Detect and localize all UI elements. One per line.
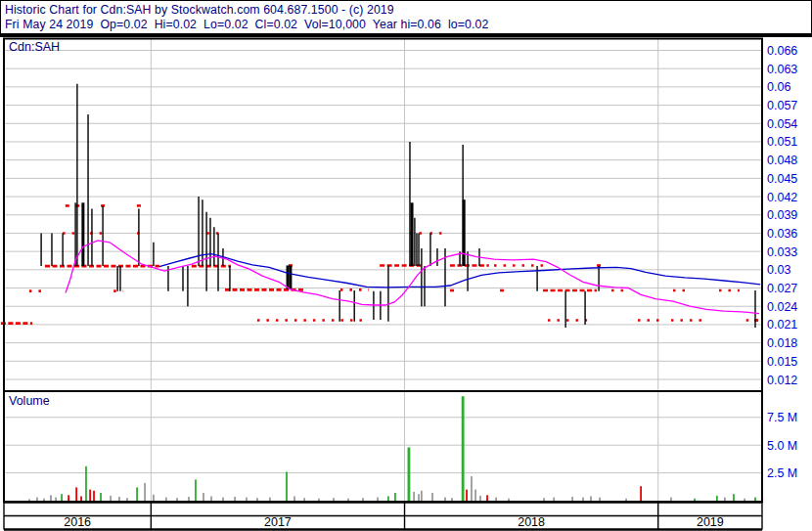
volume-bar <box>754 498 756 501</box>
volume-bar <box>571 497 573 501</box>
volume-bar <box>418 494 420 501</box>
header-title-line: Historic Chart for Cdn:SAH by Stockwatch… <box>5 3 811 18</box>
volume-bar <box>318 499 320 501</box>
price-axis-labels: 0.0660.0630.060.0570.0540.0510.0480.0450… <box>767 44 797 387</box>
price-axis-tick-label: 0.039 <box>767 208 797 222</box>
volume-bar <box>582 498 584 501</box>
volume-bar <box>28 499 30 501</box>
volume-bar <box>293 496 295 501</box>
price-axis-tick-label: 0.042 <box>767 191 797 204</box>
volume-bar <box>203 493 204 501</box>
volume-bar <box>286 471 288 501</box>
price-axis-tick-label: 0.048 <box>767 154 797 167</box>
volume-axis-tick-label: 7.5 M <box>767 411 797 424</box>
volume-bar <box>599 498 601 501</box>
price-axis-tick-label: 0.027 <box>767 282 797 295</box>
volume-bar <box>61 494 63 501</box>
volume-bar <box>210 496 212 501</box>
volume-bar <box>543 498 545 501</box>
price-axis-tick-label: 0.018 <box>767 336 797 350</box>
price-axis-tick-label: 0.021 <box>767 318 797 332</box>
volume-bar <box>153 495 155 501</box>
volume-bar <box>144 483 146 501</box>
price-axis-tick-label: 0.03 <box>767 263 790 277</box>
volume-bar <box>85 466 87 501</box>
close-tick <box>500 289 504 292</box>
volume-bar <box>462 396 465 501</box>
volume-bar <box>508 499 510 501</box>
close-tick <box>66 204 69 207</box>
volume-bar <box>553 498 555 501</box>
volume-bar <box>80 496 82 501</box>
volume-bar <box>716 496 718 501</box>
volume-bar <box>333 498 335 501</box>
volume-bar <box>118 497 120 501</box>
close-tick <box>450 289 454 292</box>
volume-bar <box>724 498 726 501</box>
volume-bar <box>474 490 476 501</box>
chart-header: Historic Chart for Cdn:SAH by Stockwatch… <box>0 0 812 37</box>
volume-bar <box>93 491 95 501</box>
price-axis-tick-label: 0.063 <box>767 63 797 76</box>
volume-bar <box>670 498 672 501</box>
price-axis-tick-label: 0.036 <box>767 227 797 241</box>
close-tick <box>137 204 141 207</box>
volume-bar <box>387 496 389 501</box>
volume-pane-label: Volume <box>9 394 50 408</box>
volume-bar <box>479 496 481 501</box>
volume-bar <box>347 499 349 501</box>
volume-bar <box>413 492 415 501</box>
volume-bar <box>431 493 433 501</box>
volume-axis-labels: 2.5 M5.0 M7.5 M <box>767 411 797 480</box>
price-axis-tick-label: 0.024 <box>767 300 797 314</box>
price-axis-tick-label: 0.045 <box>767 172 797 186</box>
price-axis-tick-label: 0.015 <box>767 355 797 369</box>
year-label: 2017 <box>264 515 292 529</box>
volume-bar <box>256 498 258 501</box>
chart-canvas: 0.0660.0630.060.0570.0540.0510.0480.0450… <box>0 0 812 531</box>
price-axis-tick-label: 0.06 <box>767 80 790 94</box>
volume-bar <box>394 493 396 501</box>
price-axis-tick-label: 0.012 <box>767 374 797 387</box>
year-label: 2019 <box>697 515 724 529</box>
volume-bar <box>136 487 138 501</box>
volume-bar <box>421 491 423 501</box>
volume-bar <box>362 498 364 501</box>
volume-bar <box>55 498 57 501</box>
price-hilo-bars <box>41 84 755 328</box>
volume-axis-tick-label: 2.5 M <box>767 466 797 480</box>
price-axis-tick-label: 0.051 <box>767 135 797 149</box>
stockwatch-historic-chart-window: 0.0660.0630.060.0570.0540.0510.0480.0450… <box>0 0 812 531</box>
price-axis-tick-label: 0.054 <box>767 117 797 131</box>
volume-bar <box>640 486 642 501</box>
volume-bar <box>89 490 91 501</box>
volume-axis-tick-label: 5.0 M <box>767 439 797 453</box>
x-axis-year-strip: 2016201720182019 <box>4 503 762 530</box>
volume-bar <box>68 495 69 501</box>
volume-bar <box>234 497 236 501</box>
volume-bar <box>303 498 305 501</box>
volume-bar <box>75 487 77 501</box>
price-pane-symbol-label: Cdn:SAH <box>9 40 60 54</box>
volume-bar <box>625 499 627 501</box>
volume-bar <box>195 479 197 501</box>
volume-bar <box>486 495 488 501</box>
volume-bar <box>408 447 411 501</box>
year-label: 2016 <box>64 515 91 529</box>
price-axis-tick-label: 0.066 <box>767 44 797 58</box>
volume-gridlines <box>4 391 762 502</box>
price-gridlines <box>4 39 762 392</box>
volume-bar <box>50 495 52 501</box>
volume-bar <box>246 498 248 501</box>
year-label: 2018 <box>518 515 545 529</box>
price-axis-tick-label: 0.033 <box>767 245 797 259</box>
volume-bar <box>495 498 497 501</box>
volume-bar <box>100 493 102 501</box>
volume-pane-border <box>4 391 762 502</box>
volume-bar <box>377 498 379 501</box>
volume-bar <box>188 497 190 501</box>
header-quote-line: Fri May 24 2019 Op=0.02 Hi=0.02 Lo=0.02 … <box>5 18 811 32</box>
volume-bar <box>126 498 128 501</box>
volume-bar <box>444 498 446 501</box>
volume-bar <box>694 499 696 501</box>
